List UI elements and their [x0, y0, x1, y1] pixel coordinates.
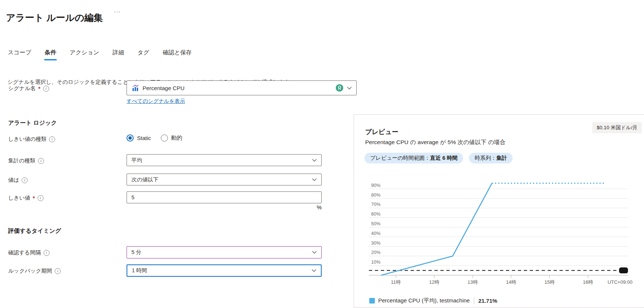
tab-condition[interactable]: 条件	[44, 49, 57, 60]
required-asterisk: *	[38, 86, 41, 92]
info-icon[interactable]	[55, 268, 61, 274]
svg-text:80%: 80%	[371, 193, 380, 198]
info-icon[interactable]	[43, 86, 49, 92]
metric-preview-chart: 10%20%30%40%50%60%70%80%90%11時12時13時14時1…	[354, 164, 644, 289]
tab-actions[interactable]: アクション	[69, 49, 99, 60]
svg-text:30%: 30%	[371, 241, 380, 246]
preview-pills: プレビューの時間範囲：直近 6 時間 時系列：集計	[364, 153, 513, 163]
chevron-down-icon	[312, 178, 317, 181]
chevron-down-icon	[312, 159, 317, 162]
operator-value: 次の値以下	[131, 176, 159, 183]
metric-chart-icon	[131, 84, 139, 92]
page-title: アラート ルールの編集	[6, 12, 103, 24]
svg-text:15時: 15時	[545, 279, 555, 285]
svg-text:14時: 14時	[506, 279, 516, 285]
frequency-label: 確認する間隔	[8, 249, 41, 256]
time-range-pill: プレビューの時間範囲：直近 6 時間	[364, 153, 463, 163]
threshold-unit-label: %	[127, 204, 322, 210]
time-range-pill-label: プレビューの時間範囲：	[370, 155, 430, 162]
preview-panel: プレビュー $0.10 米国ドル/月 Percentage CPU の aver…	[354, 114, 644, 308]
alert-logic-heading: アラート ロジック	[8, 119, 57, 127]
tab-label: 詳細	[112, 49, 124, 55]
tab-review-save[interactable]: 確認と保存	[162, 49, 192, 60]
threshold-type-label-row: しきい値の種類	[8, 136, 55, 143]
edit-alert-rule-page: アラート ルールの編集 ··· スコープ 条件 アクション 詳細 タグ 確認と保…	[0, 0, 644, 308]
signal-combobox[interactable]: Percentage CPU	[127, 80, 357, 95]
tab-label: 確認と保存	[163, 49, 192, 55]
show-all-signals-link[interactable]: すべてのシグナルを表示	[127, 98, 185, 105]
radio-dynamic-label: 動的	[171, 134, 182, 142]
operator-select[interactable]: 次の値以下	[127, 174, 322, 185]
evaluation-heading: 評価するタイミング	[8, 227, 61, 235]
radio-static[interactable]: Static	[127, 134, 151, 142]
svg-text:40%: 40%	[371, 231, 380, 236]
lookback-select[interactable]: 1 時間	[127, 264, 322, 277]
svg-text:70%: 70%	[371, 202, 380, 207]
svg-text:50%: 50%	[371, 221, 380, 226]
tab-bar: スコープ 条件 アクション 詳細 タグ 確認と保存	[7, 49, 192, 60]
info-icon[interactable]	[38, 195, 44, 201]
aggregation-label: 集計の種類	[8, 157, 35, 164]
threshold-label-row: しきい値 *	[8, 194, 44, 201]
lookback-label-row: ルックバック期間	[8, 267, 61, 274]
info-icon[interactable]	[38, 158, 44, 164]
tab-label: アクション	[70, 49, 99, 55]
time-range-pill-value: 直近 6 時間	[430, 155, 458, 162]
threshold-type-label: しきい値の種類	[8, 136, 47, 143]
condition-summary-text: Percentage CPU の average が 5% 次の値以下 の場合	[365, 139, 506, 146]
tab-label: タグ	[137, 49, 149, 55]
info-icon[interactable]	[44, 250, 50, 256]
svg-text:13時: 13時	[468, 279, 478, 285]
svg-text:11時: 11時	[391, 279, 401, 285]
tab-scope[interactable]: スコープ	[7, 49, 32, 60]
chevron-down-icon	[347, 86, 352, 90]
info-icon[interactable]	[22, 177, 28, 183]
svg-text:12時: 12時	[429, 279, 439, 285]
svg-text:90%: 90%	[371, 183, 380, 188]
threshold-drag-handle[interactable]	[619, 267, 628, 273]
lookback-value: 1 時間	[132, 267, 147, 274]
tab-tags[interactable]: タグ	[137, 49, 150, 60]
more-menu-button[interactable]: ···	[114, 8, 121, 15]
frequency-value: 5 分	[131, 249, 141, 256]
svg-text:20%: 20%	[371, 250, 380, 255]
frequency-label-row: 確認する間隔	[8, 249, 50, 256]
tab-label: 条件	[45, 49, 56, 55]
price-badge: $0.10 米国ドル/月	[592, 122, 642, 133]
radio-static-label: Static	[137, 135, 151, 141]
aggregation-select[interactable]: 平均	[127, 154, 322, 166]
operator-label: 値は	[8, 177, 19, 184]
svg-text:UTC+09:00: UTC+09:00	[608, 279, 632, 285]
legend-divider	[474, 297, 474, 304]
time-series-pill-label: 時系列：	[475, 155, 496, 162]
signal-combobox-value: Percentage CPU	[143, 85, 185, 91]
radio-dot	[127, 134, 134, 142]
threshold-label: しきい値	[8, 194, 30, 201]
svg-text:16時: 16時	[583, 279, 593, 285]
legend-series-name: Percentage CPU (平均), testmachine	[378, 297, 470, 304]
legend-series-value: 21.71%	[478, 298, 497, 304]
time-series-pill: 時系列：集計	[469, 153, 513, 163]
frequency-select[interactable]: 5 分	[127, 246, 322, 258]
radio-dynamic[interactable]: 動的	[161, 134, 182, 142]
info-icon[interactable]	[49, 136, 55, 142]
threshold-value-input[interactable]	[127, 191, 322, 203]
lookback-label: ルックバック期間	[8, 267, 52, 274]
svg-text:60%: 60%	[371, 212, 380, 217]
chevron-down-icon	[312, 251, 317, 254]
signal-name-label: シグナル名	[8, 85, 36, 92]
threshold-type-radio-group: Static 動的	[127, 134, 182, 142]
signal-name-label-row: シグナル名 *	[8, 85, 49, 92]
svg-text:10%: 10%	[371, 260, 380, 265]
tab-details[interactable]: 詳細	[112, 49, 124, 60]
aggregation-label-row: 集計の種類	[8, 157, 44, 164]
chevron-down-icon	[312, 269, 316, 272]
legend-swatch	[369, 298, 375, 304]
tab-label: スコープ	[8, 49, 31, 55]
required-asterisk: *	[33, 195, 35, 201]
certified-badge-icon	[335, 84, 344, 92]
time-series-pill-value: 集計	[496, 155, 507, 162]
legend-item[interactable]: Percentage CPU (平均), testmachine 21.71%	[369, 297, 497, 304]
operator-label-row: 値は	[8, 177, 28, 184]
aggregation-value: 平均	[131, 157, 142, 164]
